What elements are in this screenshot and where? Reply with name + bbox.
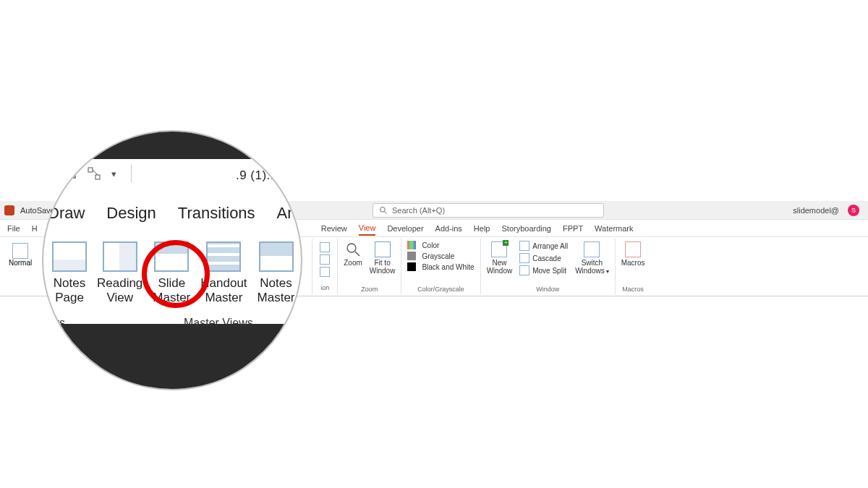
tab-home-fragment[interactable]: H xyxy=(32,224,38,233)
notes-page-icon xyxy=(52,241,87,272)
magnified-ribbon-buttons: Notes Page Reading View Slide Master Han… xyxy=(52,241,295,305)
tab-review[interactable]: Review xyxy=(321,224,347,233)
dark-bg-bottom xyxy=(43,324,301,389)
svg-line-1 xyxy=(385,212,387,214)
powerpoint-icon xyxy=(4,205,14,215)
placeholder-option-1[interactable] xyxy=(318,241,331,253)
notes-master-icon xyxy=(259,241,294,272)
switch-windows-icon xyxy=(584,241,600,257)
black-white-button[interactable]: Black and White xyxy=(406,262,475,272)
cascade-icon xyxy=(519,253,529,263)
views-group-fragment: .ws xyxy=(48,317,65,330)
page-icon xyxy=(320,254,330,265)
tab-transitions[interactable]: Transitions xyxy=(178,204,255,223)
zoom-button[interactable]: Zoom xyxy=(342,240,364,268)
dark-bg-top xyxy=(43,132,301,159)
notes-page-button[interactable]: Notes Page xyxy=(52,241,87,305)
show-group-fragment: ion xyxy=(320,284,329,291)
cascade-button[interactable]: Cascade xyxy=(518,252,569,264)
reading-view-button[interactable]: Reading View xyxy=(97,241,142,305)
svg-point-0 xyxy=(380,207,386,213)
svg-line-8 xyxy=(93,170,98,175)
macros-icon xyxy=(625,241,641,257)
svg-marker-5 xyxy=(68,172,72,176)
move-split-icon xyxy=(519,265,529,275)
svg-rect-7 xyxy=(95,175,100,179)
reading-view-icon xyxy=(103,241,137,272)
tab-fppt[interactable]: FPPT xyxy=(563,224,583,233)
slide-master-icon xyxy=(154,241,189,272)
master-views-group-label: Master Views xyxy=(184,317,253,330)
search-input[interactable]: Search (Alt+Q) xyxy=(373,203,604,218)
page-icon xyxy=(320,242,330,252)
zoom-group-label: Zoom xyxy=(361,286,378,293)
red-highlight-circle xyxy=(142,240,210,308)
tab-help[interactable]: Help xyxy=(474,224,490,233)
quick-access-toolbar: ▾ xyxy=(62,165,136,182)
tab-addins[interactable]: Add-ins xyxy=(435,224,462,233)
notes-master-button[interactable]: Notes Master xyxy=(258,241,295,305)
fit-window-icon xyxy=(375,241,391,257)
slideshow-icon[interactable] xyxy=(62,166,77,181)
color-group-label: Color/Grayscale xyxy=(417,286,464,293)
slide-master-button[interactable]: Slide Master xyxy=(153,241,190,305)
tab-developer[interactable]: Developer xyxy=(387,224,423,233)
normal-view-button[interactable]: Normal xyxy=(4,240,36,270)
file-title-fragment: .9 (1)... ∨ xyxy=(236,168,291,183)
color-icon xyxy=(407,241,416,249)
svg-rect-4 xyxy=(64,169,75,178)
handout-master-icon xyxy=(206,241,241,272)
tab-file[interactable]: File xyxy=(7,224,20,233)
switch-windows-button[interactable]: Switch Windows▾ xyxy=(574,240,610,276)
move-split-button[interactable]: Move Split xyxy=(518,265,569,276)
tab-watermark[interactable]: Watermark xyxy=(595,224,633,233)
flow-icon[interactable] xyxy=(87,166,101,181)
grayscale-button[interactable]: Grayscale xyxy=(406,251,456,261)
zoom-icon xyxy=(345,241,361,257)
svg-rect-6 xyxy=(88,168,93,172)
tab-storyboarding[interactable]: Storyboarding xyxy=(501,224,551,233)
autosave-label: AutoSave xyxy=(20,206,55,215)
search-icon xyxy=(379,206,388,215)
page-icon xyxy=(320,267,330,277)
new-window-button[interactable]: + New Window xyxy=(485,240,514,276)
normal-view-label: Normal xyxy=(9,259,32,267)
placeholder-option-2[interactable] xyxy=(318,254,331,265)
customize-qa-dropdown[interactable]: ▾ xyxy=(111,168,116,179)
arrange-icon xyxy=(519,241,529,251)
svg-point-2 xyxy=(347,244,356,252)
magnifier-overlay: ▾ .9 (1)... ∨ Draw Design Transitions An… xyxy=(42,130,302,390)
grayscale-icon xyxy=(407,252,416,260)
fit-to-window-button[interactable]: Fit to Window xyxy=(368,240,397,276)
tab-view[interactable]: View xyxy=(359,221,376,236)
show-options xyxy=(318,241,331,278)
bw-icon xyxy=(407,262,416,271)
placeholder-option-3[interactable] xyxy=(318,266,331,278)
new-window-icon: + xyxy=(491,241,507,257)
macros-group-label: Macros xyxy=(622,286,644,293)
tab-draw[interactable]: Draw xyxy=(48,204,85,223)
magnified-tabs: Draw Design Transitions Animatio xyxy=(48,204,302,223)
handout-master-button[interactable]: Handout Master xyxy=(200,241,247,305)
user-name[interactable]: slidemodel@ xyxy=(793,201,839,220)
separator xyxy=(131,165,132,182)
search-placeholder: Search (Alt+Q) xyxy=(392,206,445,215)
chevron-down-icon: ▾ xyxy=(606,268,609,275)
window-group-label: Window xyxy=(536,286,559,293)
avatar[interactable]: S xyxy=(848,205,859,216)
arrange-all-button[interactable]: Arrange All xyxy=(518,240,569,252)
macros-button[interactable]: Macros xyxy=(620,240,647,268)
color-button[interactable]: Color xyxy=(406,240,441,250)
normal-view-icon xyxy=(12,243,28,259)
svg-line-3 xyxy=(355,252,359,256)
tab-design[interactable]: Design xyxy=(106,204,156,223)
